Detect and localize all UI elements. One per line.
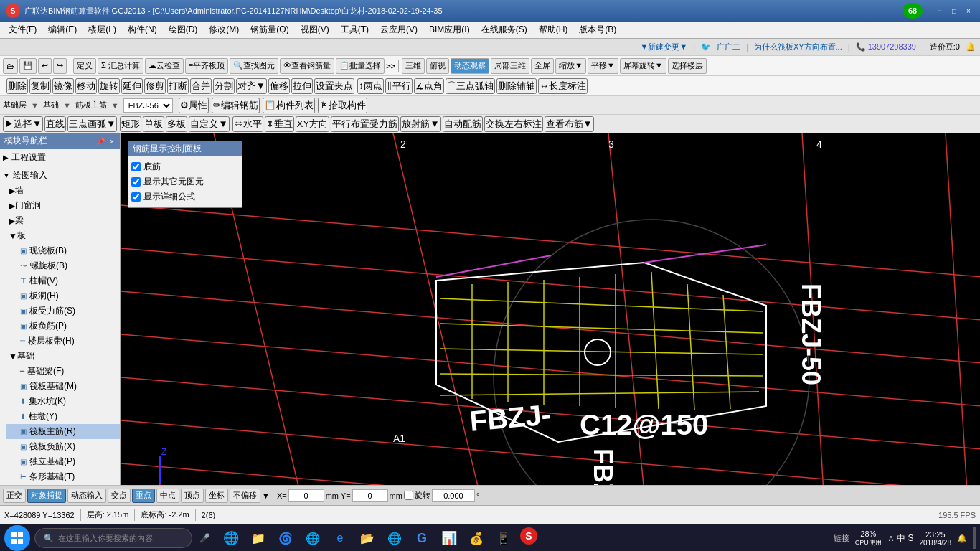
menu-rebar-qty[interactable]: 钢筋量(Q)	[245, 22, 294, 37]
draw-rect[interactable]: 矩形	[120, 116, 141, 132]
tb-define[interactable]: 定义	[73, 58, 96, 74]
tb2-offset[interactable]: 偏移	[268, 78, 290, 94]
tb2-break[interactable]: 打断	[167, 78, 189, 94]
info-why-text[interactable]: 为什么筏板XY方向布置...	[754, 42, 842, 52]
tb-undo[interactable]: ↩	[38, 58, 52, 74]
draw-swap-mark[interactable]: 交换左右标注	[484, 116, 543, 132]
tb2-point-angle[interactable]: ∡点角	[414, 78, 444, 94]
tb2-length-mark[interactable]: ↔长度标注	[538, 78, 588, 94]
tb-redo[interactable]: ↪	[53, 58, 67, 74]
taskbar-search[interactable]: 🔍 在这里输入你要搜索的内容	[34, 528, 192, 548]
menu-view[interactable]: 视图(V)	[295, 22, 335, 37]
window-controls[interactable]: － □ ×	[934, 5, 974, 17]
coord-y-input[interactable]	[352, 489, 388, 502]
sidebar-item-wall[interactable]: ▶ 墙	[0, 183, 120, 198]
taskbar-notification[interactable]: 🔔	[957, 534, 967, 543]
draw-single-slab[interactable]: 单板	[143, 116, 164, 132]
bt-vertex[interactable]: 顶点	[181, 489, 204, 503]
cb-rotate[interactable]	[404, 491, 413, 500]
bt-dynamic-input[interactable]: 动态输入	[67, 489, 106, 503]
bc-edit-rebar-btn[interactable]: ✏编辑钢筋	[212, 98, 260, 113]
menu-online[interactable]: 在线服务(S)	[476, 22, 533, 37]
tb2-stretch[interactable]: 拉伸	[291, 78, 313, 94]
info-new-change[interactable]: ▼新建变更▼	[640, 42, 687, 52]
bc-property-btn[interactable]: ⚙属性	[179, 98, 209, 113]
bt-no-offset[interactable]: 不偏移	[230, 489, 260, 503]
sidebar-item-floor-band[interactable]: ═ 楼层板带(H)	[6, 334, 120, 349]
tb2-move[interactable]: 移动	[75, 78, 97, 94]
sidebar-item-cast-slab[interactable]: ▣ 现浇板(B)	[6, 243, 120, 258]
tb-cloud-check[interactable]: ☁云检查	[145, 58, 184, 74]
menu-bim[interactable]: BIM应用(I)	[423, 22, 476, 37]
taskbar-icon-app2[interactable]: 📱	[493, 527, 514, 549]
tb-pan[interactable]: 平移▼	[588, 58, 618, 74]
menu-edit[interactable]: 编辑(E)	[42, 22, 83, 37]
sidebar-item-raft-main-rebar[interactable]: ▣ 筏板主筋(R)	[6, 424, 120, 439]
bc-component-list-btn[interactable]: 📋构件列表	[263, 98, 315, 113]
tb2-copy[interactable]: 复制	[29, 78, 51, 94]
tb-open[interactable]: 🗁	[3, 58, 18, 74]
tb-fullscreen[interactable]: 全屏	[531, 58, 554, 74]
draw-parallel-rebar[interactable]: 平行布置受力筋	[331, 116, 399, 132]
draw-custom[interactable]: 自定义▼	[189, 116, 229, 132]
draw-xy[interactable]: XY方向	[296, 116, 330, 132]
section-project-header[interactable]: ▶ 工程设置	[0, 150, 120, 165]
maximize-btn[interactable]: □	[948, 5, 960, 17]
draw-radial-rebar[interactable]: 放射筋▼	[400, 116, 440, 132]
draw-arc[interactable]: 三点画弧▼	[67, 116, 117, 132]
sidebar-item-spiral-slab[interactable]: 〜 螺旋板(B)	[6, 258, 120, 273]
tb2-mirror[interactable]: 镜像	[52, 78, 74, 94]
sidebar-item-raft[interactable]: ▣ 筏板基础(M)	[6, 379, 120, 394]
draw-vertical[interactable]: ⇕垂直	[265, 116, 294, 132]
sidebar-item-pile-cap[interactable]: ⬡ 桩承台(V)	[6, 484, 120, 485]
menu-tools[interactable]: 工具(T)	[335, 22, 374, 37]
tb-3d[interactable]: 三维	[402, 58, 425, 74]
sidebar-item-col-pier[interactable]: ⬆ 柱墩(Y)	[6, 409, 120, 424]
float-panel-item-other[interactable]: 显示其它元图元	[131, 174, 239, 189]
taskbar-icon-browser2[interactable]: 🌐	[302, 527, 324, 549]
bt-orthogonal[interactable]: 正交	[3, 489, 26, 503]
sidebar-item-slab-neg[interactable]: ▣ 板负筋(P)	[6, 319, 120, 334]
sidebar-item-foundation[interactable]: ▼ 基础	[0, 349, 120, 364]
tb2-align[interactable]: 对齐▼	[236, 78, 267, 94]
tb-select-floor[interactable]: 选择楼层	[668, 58, 707, 74]
sidebar-close[interactable]: ×	[108, 138, 116, 146]
taskbar-icon-s[interactable]: S	[520, 527, 537, 545]
sidebar-item-found-beam[interactable]: ━ 基础梁(F)	[6, 364, 120, 379]
section-draw-header[interactable]: ▼ 绘图输入	[0, 168, 120, 183]
taskbar-icon-files[interactable]: 📂	[357, 527, 378, 549]
sidebar-item-raft-neg-rebar[interactable]: ▣ 筏板负筋(X)	[6, 439, 120, 454]
bt-center[interactable]: 中点	[156, 489, 179, 503]
taskbar-icon-browser1[interactable]: 🌀	[275, 527, 296, 549]
tb2-two-point[interactable]: ↕两点	[357, 78, 384, 94]
start-button[interactable]	[4, 525, 30, 551]
info-guangguang[interactable]: 广广二	[717, 42, 740, 52]
sidebar-item-slab-hole[interactable]: ▣ 板洞(H)	[6, 288, 120, 303]
sidebar-item-door-window[interactable]: ▶ 门窗洞	[0, 198, 120, 213]
taskbar-show-desktop[interactable]	[973, 527, 976, 549]
tb-batch-select[interactable]: 📋批量选择	[336, 58, 385, 74]
tb-more[interactable]: >>	[386, 62, 395, 70]
float-panel-item-bottom-rebar[interactable]: 底筋	[131, 159, 239, 174]
bt-object-snap[interactable]: 对象捕捉	[27, 489, 66, 503]
menu-draw[interactable]: 绘图(D)	[163, 22, 204, 37]
taskbar-icon-orange[interactable]: 📊	[438, 527, 460, 549]
draw-auto-config[interactable]: 自动配筋	[443, 116, 483, 132]
tb2-delete-axis[interactable]: 删除辅轴	[496, 78, 537, 94]
taskbar-icon-green[interactable]: 🌐	[384, 527, 405, 549]
tb2-extend[interactable]: 延伸	[121, 78, 143, 94]
canvas-area[interactable]: 2 3 4	[121, 133, 980, 485]
draw-view-rebar[interactable]: 查看布筋▼	[545, 116, 594, 132]
bt-coord[interactable]: 坐标	[205, 489, 228, 503]
cb-formula[interactable]	[131, 192, 141, 202]
menu-cloud-app[interactable]: 云应用(V)	[374, 22, 423, 37]
bc-item-select[interactable]: FBZJ-56	[123, 98, 173, 113]
tb2-parallel[interactable]: ∥平行	[385, 78, 413, 94]
tb-local-3d[interactable]: 局部三维	[491, 58, 529, 74]
taskbar-icon-app1[interactable]: 💰	[466, 527, 487, 549]
taskbar-icon-logo-g[interactable]: G	[411, 527, 433, 549]
taskbar-icon-folder[interactable]: 📁	[248, 527, 269, 549]
sidebar-item-isolated-found[interactable]: ▣ 独立基础(P)	[6, 454, 120, 469]
draw-select[interactable]: ▶选择▼	[3, 116, 43, 132]
tb2-split[interactable]: 分割	[213, 78, 235, 94]
